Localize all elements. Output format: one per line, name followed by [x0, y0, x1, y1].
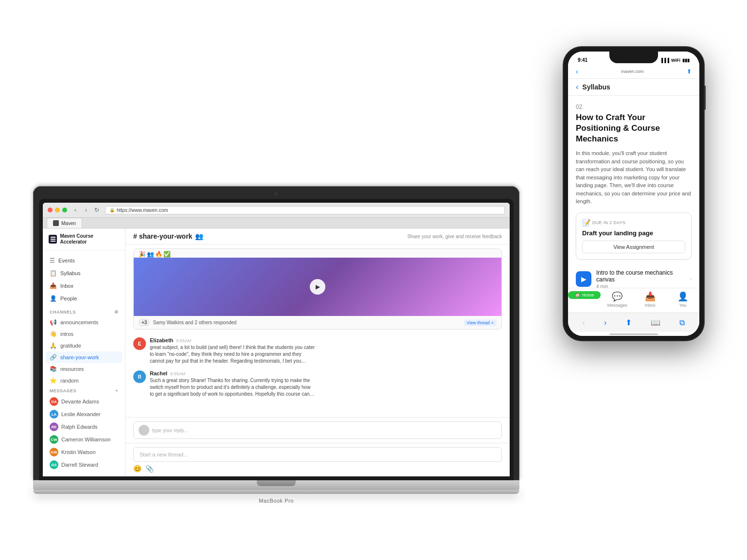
url-text: https://www.maven.com: [117, 208, 168, 213]
phone-browser-back[interactable]: ‹: [576, 68, 578, 75]
phone-tab-home[interactable]: 🏠 Home: [568, 291, 601, 308]
nav-events[interactable]: ☰ Events: [43, 254, 125, 267]
refresh-button[interactable]: ↻: [92, 206, 101, 214]
browser-forward-btn[interactable]: ›: [600, 316, 610, 329]
plus-count-badge: +3: [139, 319, 150, 326]
phone-share-icon[interactable]: ⬆: [687, 68, 692, 75]
forward-button[interactable]: ›: [82, 206, 90, 214]
attachment-icon[interactable]: 📎: [145, 465, 154, 472]
phone-screen: 9:41 ▐▐▐ WiFi ▮▮▮ ‹ maven.com ⬆ ‹ Sy: [568, 52, 699, 336]
tab-title: Maven: [61, 221, 76, 226]
channel-gratitude[interactable]: 🙏 gratitude: [43, 340, 125, 351]
new-thread-input[interactable]: Start a new thread...: [133, 447, 502, 462]
input-toolbar: 😊 📎: [133, 465, 502, 472]
channel-random[interactable]: ⭐ random: [43, 375, 125, 386]
phone-url-bar[interactable]: maven.com: [583, 69, 682, 74]
browser-chrome: ‹ › ↻ 🔒 https://www.maven.com: [43, 203, 510, 218]
nav-syllabus-label: Syllabus: [60, 270, 81, 276]
home-bar: [609, 333, 658, 335]
you-tab-label: You: [679, 303, 687, 308]
tab-favicon: [53, 220, 59, 226]
reaction-emoji-2: 👥: [147, 251, 154, 258]
browser-tab[interactable]: Maven: [47, 218, 82, 228]
browser-share-btn[interactable]: ⬆: [622, 316, 636, 329]
module-description: In this module, you'll craft your studen…: [576, 149, 692, 206]
app-content: Maven Course Accelerator ☰ Events 📋 Syll…: [43, 228, 510, 476]
phone-tab-you[interactable]: 👤 You: [667, 291, 700, 308]
nav-people[interactable]: 👤 People: [43, 292, 125, 305]
message-header-elizabeth: Elizabeth 9:55AM: [150, 337, 502, 343]
phone-app-back[interactable]: ‹: [576, 83, 578, 91]
browser-back-btn[interactable]: ‹: [579, 316, 589, 329]
lesson-item-0[interactable]: ▶ Intro to the course mechanics canvas 4…: [576, 264, 692, 288]
phone-tab-inbox[interactable]: 📥 Inbox: [634, 291, 667, 308]
chat-messages: E Elizabeth 9:55AM great subject, a lot …: [125, 333, 510, 417]
message-user-darrell[interactable]: DS Darrell Steward: [43, 458, 125, 471]
view-assignment-button[interactable]: View Assignment: [582, 241, 685, 253]
nav-inbox[interactable]: 📥 Inbox: [43, 280, 125, 292]
battery-icon: ▮▮▮: [682, 58, 690, 63]
logo-line: [51, 241, 55, 242]
macbook-bottom-bar: MacBook Pro: [33, 490, 519, 494]
browser-bookmarks-btn[interactable]: 📖: [647, 316, 664, 329]
messages-section-label: MESSAGES +: [43, 386, 125, 395]
message-user-kristin[interactable]: KW Kristin Watson: [43, 446, 125, 458]
reaction-row: 🎉 👥 🔥 ✅: [134, 249, 501, 258]
channel-header: # share-your-work 👥 Share your work, giv…: [125, 228, 510, 245]
macbook-screen-outer: ‹ › ↻ 🔒 https://www.maven.com: [33, 186, 519, 480]
reply-avatar: [139, 425, 149, 436]
message-user-devante[interactable]: DA Devante Adams: [43, 395, 125, 408]
close-btn[interactable]: [48, 208, 53, 212]
resources-icon: 📚: [50, 366, 57, 372]
phone-tab-messages[interactable]: 💬 Messages: [601, 291, 634, 308]
phone-browser-nav: ‹ maven.com ⬆: [568, 65, 699, 79]
back-button[interactable]: ‹: [71, 206, 80, 214]
lesson-icon-0: ▶: [576, 271, 591, 287]
channel-resources[interactable]: 📚 resources: [43, 363, 125, 375]
you-tab-icon: 👤: [677, 291, 688, 302]
phone-time: 9:41: [578, 57, 587, 63]
message-user-leslie[interactable]: LA Leslie Alexander: [43, 408, 125, 420]
add-message-icon[interactable]: +: [115, 388, 118, 393]
channel-title: # share-your-work 👥: [133, 232, 203, 240]
reaction-emoji-1: 🎉: [139, 251, 146, 258]
play-button[interactable]: ▶: [310, 279, 325, 295]
avatar-darrell: DS: [50, 460, 58, 469]
avatar-rachel: R: [133, 370, 146, 383]
browser-tabs-btn[interactable]: ⧉: [676, 316, 689, 329]
message-content-rachel: Rachel 9:55AM Such a great story Shane! …: [150, 370, 502, 398]
lesson-info-0: Intro to the course mechanics canvas 4 m…: [596, 269, 685, 288]
maximize-btn[interactable]: [62, 208, 67, 212]
message-user-ralph[interactable]: RE Ralph Edwards: [43, 420, 125, 433]
avatar-cameron: CW: [50, 435, 58, 444]
msg-name-elizabeth: Elizabeth: [150, 337, 173, 343]
address-bar[interactable]: 🔒 https://www.maven.com: [105, 206, 505, 214]
inbox-tab-label: Inbox: [645, 303, 656, 308]
phone-tab-bar: 🏠 Home 💬 Messages 📥 Inbox 👤 You: [568, 288, 699, 313]
avatar-elizabeth: E: [133, 337, 146, 350]
phone-module-content: 02 How to Craft Your Positioning & Cours…: [568, 96, 699, 288]
sidebar-logo-text: Maven Course Accelerator: [60, 233, 119, 245]
msg-name-rachel: Rachel: [150, 370, 167, 376]
view-thread-btn[interactable]: View thread »: [464, 319, 497, 326]
channel-share-your-work[interactable]: 🔗 share-your-work: [46, 351, 122, 363]
status-icons: ▐▐▐ WiFi ▮▮▮: [660, 58, 690, 63]
nav-syllabus[interactable]: 📋 Syllabus: [43, 267, 125, 280]
avatar-leslie: LA: [50, 410, 58, 419]
scene: ‹ › ↻ 🔒 https://www.maven.com: [33, 37, 714, 523]
logo-line: [51, 239, 55, 240]
home-tab-icon: 🏠: [575, 293, 580, 298]
inbox-tab-icon: 📥: [645, 291, 656, 302]
minimize-btn[interactable]: [55, 208, 60, 212]
message-user-cameron[interactable]: CW Cameron Williamson: [43, 433, 125, 446]
channel-announcements[interactable]: 📢 announcements: [43, 316, 125, 328]
emoji-icon[interactable]: 😊: [133, 465, 142, 472]
channels-settings-icon[interactable]: ⚙: [114, 310, 119, 315]
message-rachel: R Rachel 9:55AM Such a great story Shane…: [133, 370, 502, 398]
channel-intros[interactable]: 👋 intros: [43, 328, 125, 340]
phone-side-btn: [704, 86, 706, 110]
gratitude-icon: 🙏: [50, 342, 57, 349]
nav-inbox-label: Inbox: [60, 283, 73, 289]
thread-preview: 🎉 👥 🔥 ✅ ▶ +3: [133, 248, 502, 330]
macbook-name-label: MacBook Pro: [259, 498, 294, 504]
